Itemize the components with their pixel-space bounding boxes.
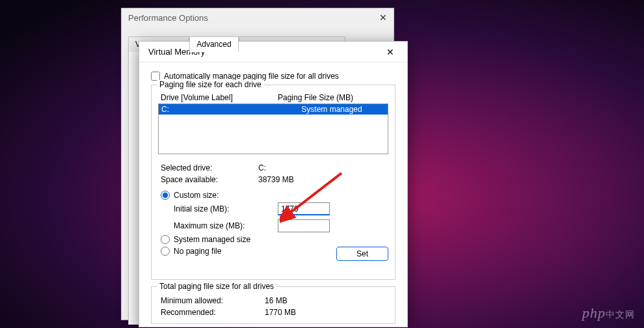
vm-titlebar: Virtual Memory ✕ [139, 42, 407, 62]
drive-row-label: C: [161, 105, 278, 114]
initial-size-label: Initial size (MB): [174, 204, 271, 213]
radio-system-managed[interactable] [161, 235, 170, 244]
selected-drive-value: C: [258, 163, 388, 172]
totals-group: Total paging file size for all drives Mi… [151, 286, 396, 324]
virtual-memory-dialog: Virtual Memory ✕ Automatically manage pa… [139, 41, 408, 327]
radio-custom-label: Custom size: [174, 191, 219, 200]
initial-size-input[interactable] [278, 202, 330, 215]
radio-custom-row[interactable]: Custom size: [161, 191, 388, 200]
drive-header-size: Paging File Size (MB) [278, 93, 353, 102]
perf-titlebar: Performance Options ✕ [122, 8, 394, 27]
vm-body: Automatically manage paging file size fo… [139, 62, 407, 328]
radio-custom[interactable] [161, 191, 170, 200]
close-icon[interactable]: ✕ [380, 44, 401, 61]
recommended-label: Recommended: [161, 308, 252, 317]
tab-advanced[interactable]: Advanced [189, 36, 238, 52]
min-allowed-label: Minimum allowed: [161, 296, 252, 305]
auto-manage-checkbox[interactable] [151, 72, 160, 81]
drives-group-legend: Paging file size for each drive [157, 80, 264, 89]
maximum-size-input[interactable] [278, 219, 330, 232]
radio-sysman-row[interactable]: System managed size [161, 235, 388, 244]
drive-list[interactable]: C: System managed [158, 103, 388, 154]
min-allowed-value: 16 MB [265, 296, 386, 305]
drive-row-size: System managed [278, 105, 385, 114]
drive-header-drive: Drive [Volume Label] [161, 93, 278, 102]
drive-row[interactable]: C: System managed [159, 104, 388, 115]
radio-sysman-label: System managed size [174, 235, 250, 244]
selected-drive-label: Selected drive: [161, 163, 245, 172]
maximum-size-label: Maximum size (MB): [174, 221, 271, 230]
totals-group-legend: Total paging file size for all drives [157, 282, 276, 291]
perf-title: Performance Options [128, 13, 208, 23]
space-available-label: Space available: [161, 175, 245, 184]
close-icon[interactable]: ✕ [379, 12, 387, 23]
recommended-value: 1770 MB [265, 308, 386, 317]
watermark: php中文网 [582, 305, 635, 321]
drive-list-header: Drive [Volume Label] Paging File Size (M… [158, 92, 388, 103]
space-available-value: 38739 MB [258, 175, 388, 184]
auto-manage-label: Automatically manage paging file size fo… [164, 72, 339, 81]
drives-group: Paging file size for each drive Drive [V… [151, 85, 396, 280]
set-button[interactable]: Set [336, 247, 388, 261]
auto-manage-row[interactable]: Automatically manage paging file size fo… [151, 72, 396, 81]
